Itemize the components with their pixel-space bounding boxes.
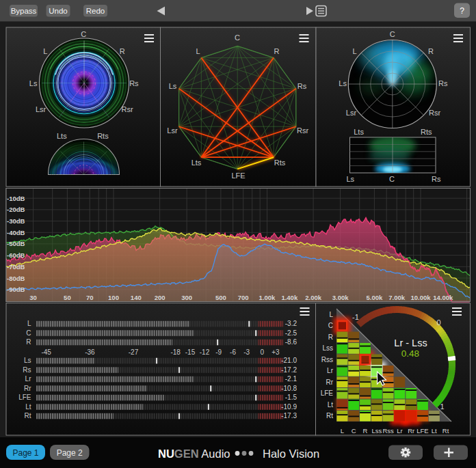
svg-text:-10.9: -10.9 xyxy=(281,403,297,411)
svg-text:0: 0 xyxy=(436,318,440,327)
svg-text:R: R xyxy=(428,47,434,55)
svg-text:Rsr: Rsr xyxy=(429,109,440,117)
svg-text:200: 200 xyxy=(155,294,166,301)
svg-text:?: ? xyxy=(460,6,464,16)
svg-text:Page 1: Page 1 xyxy=(12,448,38,458)
svg-text:Page 2: Page 2 xyxy=(57,448,83,458)
svg-text:Lt: Lt xyxy=(432,427,437,435)
svg-text:-2.5: -2.5 xyxy=(285,329,298,337)
svg-text:Lsr: Lsr xyxy=(36,105,47,113)
svg-text:-30dB: -30dB xyxy=(7,217,25,225)
svg-text:-90dB: -90dB xyxy=(7,286,25,293)
svg-text:Rs: Rs xyxy=(298,82,307,90)
svg-text:Rsr: Rsr xyxy=(121,105,133,113)
svg-text:300: 300 xyxy=(181,294,192,301)
svg-text:-80dB: -80dB xyxy=(7,275,25,282)
svg-text:Ls: Ls xyxy=(29,79,38,87)
svg-text:14.00k: 14.00k xyxy=(433,294,453,301)
svg-text:Lr: Lr xyxy=(25,375,32,383)
svg-text:-17.2: -17.2 xyxy=(281,366,297,374)
svg-text:Lr: Lr xyxy=(397,427,402,435)
svg-text:-8.6: -8.6 xyxy=(285,338,298,346)
svg-text:C: C xyxy=(389,175,395,183)
svg-text:LFE: LFE xyxy=(18,394,31,401)
svg-text:Lt: Lt xyxy=(328,401,334,409)
svg-text:5.00k: 5.00k xyxy=(367,294,383,301)
svg-text:30: 30 xyxy=(29,294,37,301)
svg-text:R: R xyxy=(26,338,31,346)
svg-text:R: R xyxy=(120,47,125,55)
svg-text:-70dB: -70dB xyxy=(7,263,25,271)
svg-text:1: 1 xyxy=(440,402,444,411)
svg-text:Lr: Lr xyxy=(327,367,334,374)
svg-text:-17.3: -17.3 xyxy=(281,412,297,419)
svg-text:L: L xyxy=(353,47,357,55)
svg-text:Ls: Ls xyxy=(339,79,347,87)
svg-text:Rsr: Rsr xyxy=(297,126,308,135)
svg-text:Ls: Ls xyxy=(169,82,177,90)
svg-text:Rs: Rs xyxy=(438,79,448,87)
svg-text:-9: -9 xyxy=(215,348,222,356)
svg-text:Lts: Lts xyxy=(191,159,202,167)
svg-text:L: L xyxy=(341,427,344,435)
svg-text:Redo: Redo xyxy=(86,7,105,15)
svg-text:C: C xyxy=(390,30,395,38)
svg-text:Rs: Rs xyxy=(432,175,441,183)
svg-text:Rss: Rss xyxy=(382,427,394,435)
svg-text:Rr: Rr xyxy=(408,427,414,435)
svg-text:-27: -27 xyxy=(129,348,139,356)
svg-text:-2.1: -2.1 xyxy=(285,375,298,383)
svg-text:Halo Vision: Halo Vision xyxy=(263,448,319,460)
svg-text:C: C xyxy=(81,30,86,38)
svg-text:C: C xyxy=(352,427,356,435)
svg-text:-1.5: -1.5 xyxy=(285,394,298,401)
svg-text:70: 70 xyxy=(86,294,94,301)
svg-text:Rt: Rt xyxy=(25,412,31,419)
svg-text:-45: -45 xyxy=(41,348,51,356)
svg-text:R: R xyxy=(363,427,368,435)
svg-text:Rts: Rts xyxy=(274,159,286,167)
svg-text:C: C xyxy=(328,322,333,329)
svg-text:-60dB: -60dB xyxy=(7,251,25,259)
svg-text:700: 700 xyxy=(238,294,249,301)
svg-text:-21.0: -21.0 xyxy=(281,357,297,364)
svg-text:Lss: Lss xyxy=(322,344,333,352)
svg-text:Undo: Undo xyxy=(49,7,68,15)
svg-text:C: C xyxy=(26,329,31,337)
svg-text:Rt: Rt xyxy=(442,427,449,435)
svg-text:L: L xyxy=(27,320,31,327)
svg-text:-36: -36 xyxy=(85,348,95,356)
svg-text:1.00k: 1.00k xyxy=(259,294,276,301)
svg-text:500: 500 xyxy=(215,294,226,301)
svg-text:Rss: Rss xyxy=(321,356,333,363)
svg-text:0: 0 xyxy=(261,348,265,356)
svg-text:Rts: Rts xyxy=(421,128,432,136)
svg-text:L: L xyxy=(196,47,200,55)
svg-text:2.00k: 2.00k xyxy=(305,294,321,301)
svg-text:NUGEN Audio: NUGEN Audio xyxy=(158,448,230,460)
svg-text:140: 140 xyxy=(131,294,142,301)
svg-text:-20dB: -20dB xyxy=(7,206,25,213)
svg-text:-50dB: -50dB xyxy=(7,240,25,247)
svg-text:Lr - Lss: Lr - Lss xyxy=(394,338,427,348)
svg-text:Lsr: Lsr xyxy=(167,126,178,135)
svg-text:10.00k: 10.00k xyxy=(410,294,431,301)
svg-text:Rr: Rr xyxy=(326,378,333,386)
svg-text:-6: -6 xyxy=(230,348,236,356)
svg-text:-15: -15 xyxy=(185,348,196,356)
svg-text:Rt: Rt xyxy=(326,412,333,419)
svg-text:Lt: Lt xyxy=(25,403,31,411)
svg-text:Bypass: Bypass xyxy=(11,7,37,15)
svg-text:C: C xyxy=(235,33,240,42)
svg-text:7.00k: 7.00k xyxy=(388,294,405,301)
svg-text:-3.2: -3.2 xyxy=(285,320,298,327)
svg-text:0.48: 0.48 xyxy=(401,348,419,359)
svg-text:Ls: Ls xyxy=(24,357,31,364)
svg-text:Rs: Rs xyxy=(129,79,139,87)
svg-text:Lss: Lss xyxy=(371,427,382,435)
svg-text:L: L xyxy=(329,311,333,318)
svg-text:-10dB: -10dB xyxy=(7,195,25,202)
svg-text:Rr: Rr xyxy=(24,385,31,392)
svg-text:Rs: Rs xyxy=(23,366,31,374)
svg-text:LFE: LFE xyxy=(231,171,245,180)
